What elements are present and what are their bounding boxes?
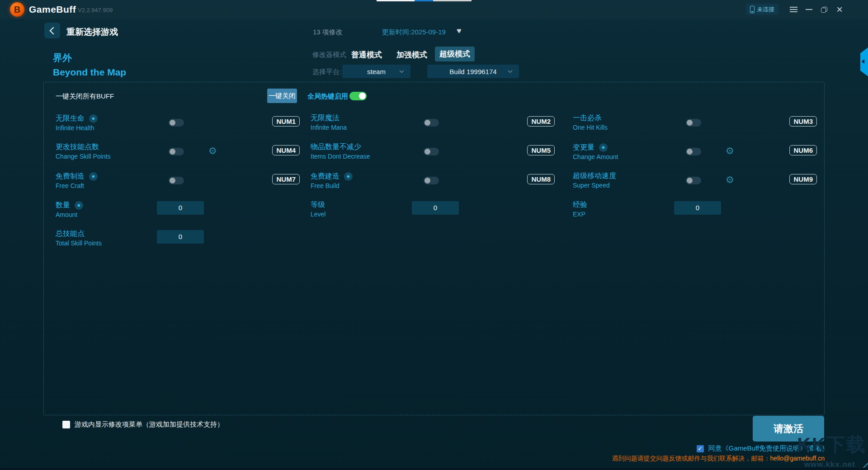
page-title: 重新选择游戏: [66, 26, 118, 38]
platform-dropdown-value: steam: [367, 68, 386, 75]
value-name-cn: 经验: [573, 200, 587, 209]
top-strip-white: [377, 0, 415, 1]
cheat-cell-super-speed: 超级移动速度 Super Speed ⚙ NUM9: [573, 171, 817, 193]
global-hotkey-toggle[interactable]: [349, 92, 367, 100]
agree-checkbox[interactable]: ✓: [697, 445, 704, 452]
connection-status-button[interactable]: 未连接: [746, 4, 778, 15]
top-strip-gray: [433, 0, 472, 1]
cheat-toggle[interactable]: [169, 148, 184, 155]
hotkey-badge: NUM9: [789, 174, 817, 184]
cheat-toggle[interactable]: [686, 148, 701, 155]
ingame-menu-label: 游戏内显示修改项菜单（游戏加加提供技术支持）: [75, 420, 224, 429]
build-dropdown-value: Build 19996174: [449, 68, 496, 75]
cheat-toggle[interactable]: [424, 119, 439, 127]
cheat-name-cn: 一击必杀: [573, 113, 602, 122]
chevron-down-icon: [400, 68, 404, 73]
build-dropdown[interactable]: Build 19996174: [427, 65, 519, 78]
hotkey-badge: NUM2: [527, 116, 555, 127]
cheat-name-cn: 免费建造: [311, 172, 340, 181]
gear-icon[interactable]: ⚙: [208, 146, 217, 155]
global-hotkey-label: 全局热键启用: [307, 92, 348, 101]
chevron-down-icon: [508, 68, 513, 73]
total-skill-points-input[interactable]: 0: [157, 230, 204, 244]
value-name-cn: 数量: [56, 201, 70, 210]
app-title: GameBuff: [29, 4, 76, 15]
amount-input[interactable]: 0: [157, 201, 204, 215]
tab-enhanced-mode[interactable]: 加强模式: [396, 50, 427, 60]
cheat-cell-free-craft: 免费制造★ Free Craft NUM7: [56, 171, 300, 193]
toggle-knob: [425, 149, 430, 155]
cheat-cell-infinite-mana: 无限魔法 Infinite Mana NUM2: [311, 113, 555, 135]
cheat-cell-change-amount: 变更量★ Change Amount ⚙ NUM6: [573, 142, 817, 164]
exp-input[interactable]: 0: [674, 201, 721, 215]
triangle-left-icon: [862, 59, 864, 64]
cheat-toggle[interactable]: [686, 177, 701, 184]
restore-icon: [821, 7, 827, 13]
hotkey-badge: NUM7: [272, 174, 300, 184]
close-icon: ×: [836, 5, 843, 14]
toggle-knob: [687, 149, 693, 155]
cheat-cell-items-dont-decrease: 物品数量不减少 Items Dont Decrease NUM5: [311, 142, 555, 164]
gear-icon[interactable]: ⚙: [726, 146, 734, 155]
value-cell-exp: 经验 EXP 0: [573, 200, 817, 222]
value-cell-total-skill-points: 总技能点 Total Skill Points 0: [56, 229, 300, 251]
toggle-knob: [359, 93, 366, 99]
top-strip-blue: [415, 0, 433, 1]
hotkey-badge: NUM4: [272, 145, 300, 155]
level-input[interactable]: 0: [412, 201, 459, 215]
game-name-cn: 界外: [53, 52, 72, 64]
toggle-knob: [687, 120, 693, 126]
cheat-name-cn: 无限魔法: [311, 113, 340, 122]
favorite-heart-icon[interactable]: ♥: [457, 26, 462, 36]
value-cell-level: 等级 Level 0: [311, 200, 555, 222]
cheat-toggle[interactable]: [169, 119, 184, 127]
cheat-toggle[interactable]: [686, 119, 701, 127]
tab-normal-mode[interactable]: 普通模式: [351, 50, 382, 60]
cheat-cell-infinite-health: 无限生命★ Infinite Health NUM1: [56, 113, 300, 135]
menu-button[interactable]: [788, 5, 799, 14]
back-button[interactable]: [44, 23, 60, 38]
star-icon: ★: [599, 143, 608, 152]
phone-icon: [750, 6, 755, 13]
toggle-knob: [425, 178, 430, 183]
cheat-cell-free-build: 免费建造★ Free Build NUM8: [311, 171, 555, 193]
mods-count: 13 项修改: [313, 28, 343, 37]
cheat-name-cn: 无限生命: [56, 114, 85, 123]
toggle-knob: [170, 149, 175, 155]
value-name-cn: 等级: [311, 200, 325, 209]
cheat-toggle[interactable]: [424, 148, 439, 155]
value-cell-amount: 数量★ Amount 0: [56, 200, 300, 222]
close-all-button[interactable]: 一键关闭: [267, 89, 297, 103]
star-icon: ★: [89, 114, 98, 123]
toggle-knob: [687, 178, 693, 183]
star-icon: ★: [344, 172, 353, 181]
cheat-name-cn: 更改技能点数: [56, 142, 99, 151]
maximize-button[interactable]: [819, 5, 830, 14]
platform-label: 选择平台:: [312, 68, 341, 76]
gear-icon[interactable]: ⚙: [726, 175, 734, 184]
platform-dropdown[interactable]: steam: [342, 65, 410, 78]
gamebuff-logo-icon: B: [10, 2, 24, 17]
toggle-knob: [170, 120, 175, 126]
gamebuff-window: B GameBuff V2.2.947.909 未连接 × 重新选择游戏 13 …: [0, 0, 868, 470]
toggle-knob: [425, 120, 430, 126]
cheat-name-cn: 物品数量不减少: [311, 142, 361, 151]
cheat-cell-one-hit-kills: 一击必杀 One Hit Kills NUM3: [573, 113, 817, 135]
cheat-toggle[interactable]: [169, 177, 184, 184]
minimize-button[interactable]: [803, 5, 814, 14]
cheat-toggle[interactable]: [424, 177, 439, 184]
watermark-logo: KK下载: [797, 432, 866, 457]
update-time: 更新时间:2025-09-19: [382, 28, 446, 37]
game-name-en: Beyond the Map: [53, 67, 126, 78]
window-bottom-edge: [0, 468, 868, 470]
hamburger-icon: [790, 7, 797, 12]
support-text: 遇到问题请提交问题反馈或邮件与我们联系解决，邮箱：hello@gamebuff.…: [612, 455, 825, 463]
tab-super-mode-selected[interactable]: 超级模式: [435, 47, 475, 61]
side-panel-handle[interactable]: [860, 47, 868, 76]
star-icon: ★: [75, 201, 83, 210]
ingame-menu-checkbox[interactable]: [62, 421, 70, 428]
hotkey-badge: NUM8: [527, 174, 555, 184]
close-button[interactable]: ×: [834, 5, 845, 14]
star-icon: ★: [89, 172, 98, 181]
cheat-cell-change-skill-points: 更改技能点数 Change Skill Points ⚙ NUM4: [56, 142, 300, 164]
